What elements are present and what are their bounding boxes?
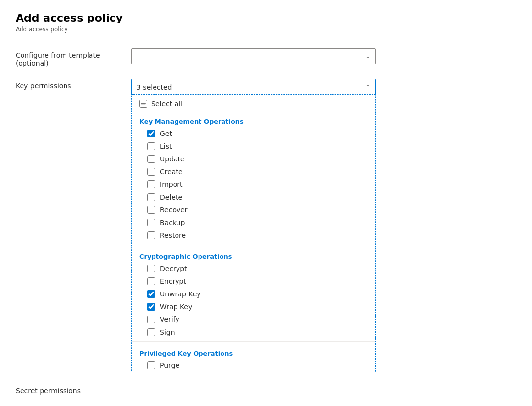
checkbox-import[interactable]	[147, 180, 155, 188]
checkbox-list[interactable]	[147, 142, 155, 150]
checkbox-backup[interactable]	[147, 219, 155, 226]
checkbox-verify-label[interactable]: Verify	[160, 316, 179, 323]
checkbox-decrypt-label[interactable]: Decrypt	[160, 265, 187, 272]
checkbox-unwrap-key[interactable]	[147, 290, 155, 298]
checkbox-purge-label[interactable]: Purge	[160, 361, 179, 369]
select-all-checkbox[interactable]	[139, 100, 147, 108]
checkbox-get[interactable]	[147, 130, 155, 137]
checkbox-backup-label[interactable]: Backup	[160, 219, 185, 226]
dropdown-header: Select all	[132, 95, 375, 113]
list-item: Encrypt	[132, 275, 375, 288]
checkbox-import-label[interactable]: Import	[160, 180, 182, 188]
secret-permissions-row: Secret permissions	[16, 384, 407, 395]
checkbox-create[interactable]	[147, 168, 155, 176]
template-select[interactable]: ⌄	[131, 48, 376, 64]
checkbox-get-label[interactable]: Get	[160, 130, 172, 137]
checkbox-list-label[interactable]: List	[160, 142, 172, 150]
select-all-row: Select all	[139, 100, 367, 108]
page-title: Add access policy	[16, 12, 516, 24]
list-item: Delete	[132, 191, 375, 203]
list-item: Recover	[132, 203, 375, 216]
list-item: Create	[132, 165, 375, 178]
key-permissions-row: Key permissions 3 selected ⌃ Select all …	[16, 79, 407, 372]
list-item: Sign	[132, 326, 375, 338]
select-all-label[interactable]: Select all	[151, 100, 182, 108]
breadcrumb: Add access policy	[16, 26, 516, 33]
key-permissions-control: 3 selected ⌃ Select all Key Management O…	[131, 79, 376, 372]
list-item: Get	[132, 127, 375, 140]
list-item: Backup	[132, 216, 375, 229]
chevron-up-icon: ⌃	[365, 84, 370, 90]
chevron-down-icon: ⌄	[365, 53, 370, 60]
key-permissions-select[interactable]: 3 selected ⌃	[131, 79, 376, 94]
checkbox-sign-label[interactable]: Sign	[160, 328, 175, 336]
checkbox-verify[interactable]	[147, 316, 155, 323]
checkbox-unwrap-key-label[interactable]: Unwrap Key	[160, 290, 201, 298]
checkbox-delete-label[interactable]: Delete	[160, 193, 182, 201]
key-permissions-value: 3 selected	[136, 83, 172, 91]
key-permissions-dropdown: Select all Key Management Operations Get…	[131, 94, 376, 372]
template-label: Configure from template (optional)	[16, 48, 123, 67]
section-divider-2	[132, 341, 375, 342]
checkbox-purge[interactable]	[147, 361, 155, 369]
template-row: Configure from template (optional) ⌄	[16, 48, 407, 67]
secret-permissions-label: Secret permissions	[16, 384, 123, 395]
section-divider	[132, 245, 375, 245]
list-item: Unwrap Key	[132, 288, 375, 300]
form-section: Configure from template (optional) ⌄ Key…	[16, 48, 407, 406]
list-item: Wrap Key	[132, 300, 375, 313]
key-permissions-label: Key permissions	[16, 79, 123, 90]
list-item: List	[132, 140, 375, 153]
template-control: ⌄	[131, 48, 376, 64]
list-item: Restore	[132, 229, 375, 242]
checkbox-create-label[interactable]: Create	[160, 168, 183, 176]
checkbox-recover[interactable]	[147, 206, 155, 214]
checkbox-encrypt-label[interactable]: Encrypt	[160, 277, 186, 285]
checkbox-restore-label[interactable]: Restore	[160, 231, 186, 239]
list-item: Update	[132, 153, 375, 165]
list-item: Verify	[132, 313, 375, 326]
key-management-section-title: Key Management Operations	[132, 113, 375, 127]
checkbox-decrypt[interactable]	[147, 265, 155, 272]
list-item: Decrypt	[132, 262, 375, 275]
checkbox-update[interactable]	[147, 155, 155, 163]
list-item: Purge	[132, 359, 375, 372]
checkbox-wrap-key[interactable]	[147, 303, 155, 311]
checkbox-restore[interactable]	[147, 231, 155, 239]
checkbox-update-label[interactable]: Update	[160, 155, 185, 163]
list-item: Import	[132, 178, 375, 191]
checkbox-encrypt[interactable]	[147, 277, 155, 285]
checkbox-sign[interactable]	[147, 328, 155, 336]
cryptographic-section-title: Cryptographic Operations	[132, 248, 375, 262]
checkbox-recover-label[interactable]: Recover	[160, 206, 188, 214]
checkbox-wrap-key-label[interactable]: Wrap Key	[160, 303, 192, 311]
checkbox-delete[interactable]	[147, 193, 155, 201]
privileged-section-title: Privileged Key Operations	[132, 345, 375, 359]
